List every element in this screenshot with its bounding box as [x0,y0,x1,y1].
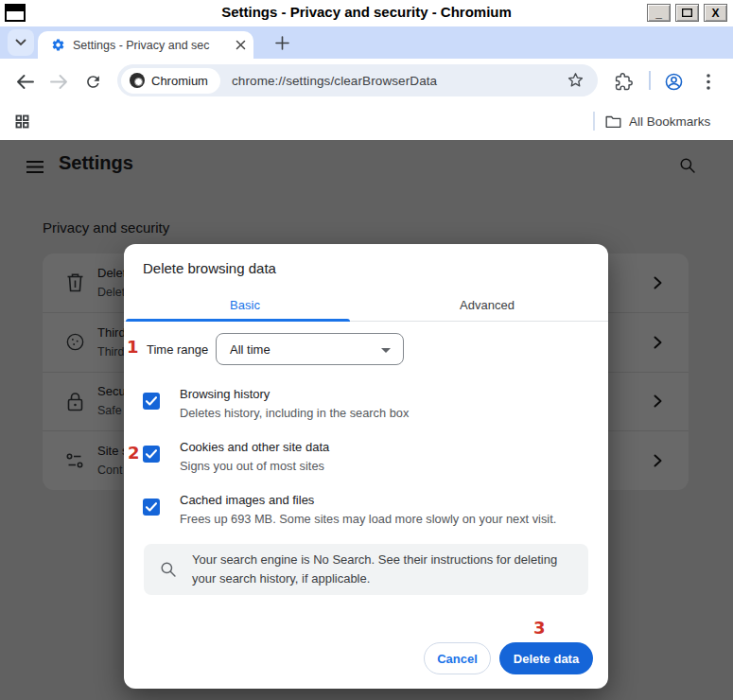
window-title: Settings - Privacy and security - Chromi… [0,4,733,20]
browser-window: Settings - Privacy and security - Chromi… [0,0,733,700]
tab-settings[interactable]: Settings - Privacy and sec [38,31,253,59]
site-info-chip[interactable]: Chromium [121,68,220,94]
profile-button[interactable] [663,71,684,92]
close-window-button[interactable]: X [704,4,727,22]
chevron-down-icon [15,39,26,46]
new-tab-button[interactable] [270,30,294,55]
browser-menu-button[interactable] [698,71,719,92]
extensions-button[interactable] [613,71,634,92]
toolbar-separator [649,71,651,90]
settings-page: Settings Privacy and security Delet Dele… [0,140,733,700]
window-controls: _ X [647,4,727,22]
checkbox-row-cached-images[interactable]: Cached images and files Frees up 693 MB.… [143,488,589,534]
checkbox-label: Cached images and files [180,491,556,510]
time-range-label: Time range [147,342,208,357]
folder-icon [605,114,621,129]
dialog-title: Delete browsing data [143,260,276,276]
gear-icon [51,38,65,52]
dialog-tab-bar: Basic Advanced [124,289,608,322]
annotation-step-1: 1 [127,337,139,357]
maximize-icon [682,9,692,17]
apps-grid-button[interactable] [11,111,32,131]
checkbox-sublabel: Deletes history, including in the search… [180,404,409,423]
plus-icon [275,36,289,50]
maximize-button[interactable] [675,4,699,22]
delete-data-button[interactable]: Delete data [499,642,593,674]
site-chip-label: Chromium [151,74,208,88]
browsing-history-checkbox[interactable] [143,393,160,410]
tab-strip: Settings - Privacy and sec [0,26,733,59]
tab-basic[interactable]: Basic [124,289,366,321]
checkbox-label: Cookies and other site data [180,438,329,457]
checkbox-sublabel: Signs you out of most sites [180,457,329,476]
bookmark-star-icon[interactable] [567,71,585,89]
caret-down-icon [381,348,391,353]
tab-search-button[interactable] [8,29,34,56]
checkbox-row-browsing-history[interactable]: Browsing history Deletes history, includ… [143,382,589,428]
chromium-logo-icon [130,73,145,88]
os-titlebar: Settings - Privacy and security - Chromi… [0,0,733,26]
address-bar[interactable]: Chromium chrome://settings/clearBrowserD… [117,64,598,96]
checkbox-row-cookies[interactable]: Cookies and other site data Signs you ou… [143,435,589,481]
cancel-button[interactable]: Cancel [424,642,491,674]
check-icon [146,396,157,406]
checkbox-text: Browsing history Deletes history, includ… [180,385,409,423]
tab-title: Settings - Privacy and sec [73,39,232,52]
url-text: chrome://settings/clearBrowserData [232,74,437,88]
all-bookmarks-button[interactable]: All Bookmarks [605,110,710,132]
cached-images-checkbox[interactable] [143,499,160,516]
checkbox-sublabel: Frees up 693 MB. Some sites may load mor… [180,510,556,529]
annotation-step-3: 3 [533,618,546,638]
check-icon [146,502,157,512]
checkbox-label: Browsing history [180,385,409,404]
checkbox-text: Cookies and other site data Signs you ou… [180,438,329,476]
reload-button[interactable] [82,71,103,92]
check-icon [146,449,157,459]
checkbox-text: Cached images and files Frees up 693 MB.… [180,491,556,529]
time-range-value: All time [230,342,271,357]
navigation-toolbar: Chromium chrome://settings/clearBrowserD… [0,59,733,102]
cookies-checkbox[interactable] [143,446,160,463]
all-bookmarks-label: All Bookmarks [629,114,710,129]
bookmarks-bar: All Bookmarks [0,102,733,140]
dialog-buttons: Cancel Delete data [124,642,589,674]
forward-button[interactable] [48,71,69,92]
annotation-step-2: 2 [128,443,140,463]
minimize-button[interactable]: _ [647,4,671,22]
notice-text: Your search engine is No Search. See the… [192,551,566,588]
time-range-select[interactable]: All time [216,333,404,365]
search-engine-notice: Your search engine is No Search. See the… [144,544,588,595]
tab-close-icon[interactable] [236,40,246,50]
back-button[interactable] [14,71,35,92]
tab-advanced[interactable]: Advanced [366,289,608,321]
grid-icon [14,114,30,130]
time-range-row: Time range [147,333,208,365]
search-icon [160,561,177,578]
active-tab-underline [126,319,350,322]
kebab-menu-icon [707,74,710,90]
bookmarks-separator [593,112,595,131]
